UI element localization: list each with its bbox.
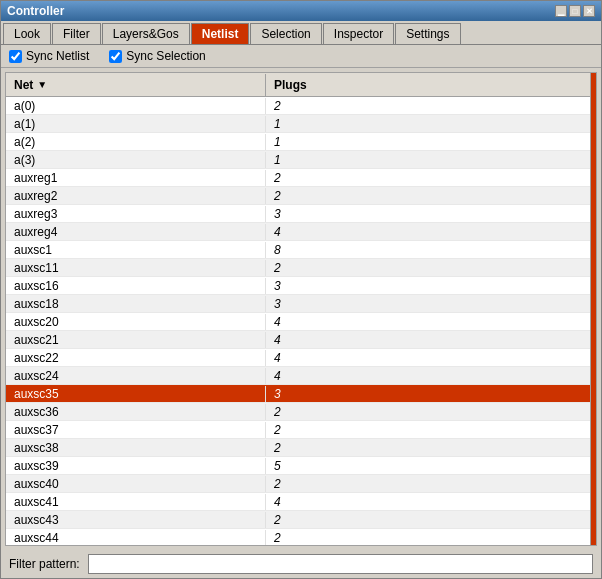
scrollbar-right[interactable] <box>590 73 596 545</box>
table-header: Net ▼ Plugs <box>6 73 596 97</box>
cell-plugs: 4 <box>266 224 596 240</box>
close-button[interactable]: ✕ <box>583 5 595 17</box>
table-row[interactable]: auxsc432 <box>6 511 596 529</box>
net-table: Net ▼ Plugs a(0)2a(1)1a(2)1a(3)1auxreg12… <box>5 72 597 546</box>
cell-net: auxreg1 <box>6 170 266 186</box>
col-net-label: Net <box>14 78 33 92</box>
cell-plugs: 2 <box>266 530 596 546</box>
cell-plugs: 2 <box>266 440 596 456</box>
tab-look[interactable]: Look <box>3 23 51 44</box>
cell-net: auxsc37 <box>6 422 266 438</box>
table-row[interactable]: auxsc18 <box>6 241 596 259</box>
cell-plugs: 8 <box>266 242 596 258</box>
sync-selection-group: Sync Selection <box>109 49 205 63</box>
window-controls: ▁ □ ✕ <box>555 5 595 17</box>
cell-plugs: 2 <box>266 170 596 186</box>
tab-selection[interactable]: Selection <box>250 23 321 44</box>
cell-net: auxsc11 <box>6 260 266 276</box>
cell-plugs: 2 <box>266 512 596 528</box>
cell-plugs: 3 <box>266 278 596 294</box>
cell-plugs: 4 <box>266 350 596 366</box>
table-row[interactable]: auxreg33 <box>6 205 596 223</box>
cell-net: a(2) <box>6 134 266 150</box>
table-row[interactable]: auxsc372 <box>6 421 596 439</box>
cell-plugs: 1 <box>266 134 596 150</box>
table-row[interactable]: auxsc204 <box>6 313 596 331</box>
table-row[interactable]: a(0)2 <box>6 97 596 115</box>
table-row[interactable]: auxreg44 <box>6 223 596 241</box>
cell-net: auxreg4 <box>6 224 266 240</box>
table-row[interactable]: auxsc112 <box>6 259 596 277</box>
table-row[interactable]: a(3)1 <box>6 151 596 169</box>
cell-plugs: 5 <box>266 458 596 474</box>
sync-selection-label: Sync Selection <box>126 49 205 63</box>
col-net-header[interactable]: Net ▼ <box>6 74 266 96</box>
sync-netlist-checkbox[interactable] <box>9 50 22 63</box>
cell-net: auxsc22 <box>6 350 266 366</box>
toolbar: Sync Netlist Sync Selection <box>1 45 601 68</box>
table-row[interactable]: auxsc183 <box>6 295 596 313</box>
cell-net: auxsc24 <box>6 368 266 384</box>
cell-net: auxsc21 <box>6 332 266 348</box>
tab-netlist[interactable]: Netlist <box>191 23 250 44</box>
maximize-button[interactable]: □ <box>569 5 581 17</box>
table-row[interactable]: auxsc214 <box>6 331 596 349</box>
table-body[interactable]: a(0)2a(1)1a(2)1a(3)1auxreg12auxreg22auxr… <box>6 97 596 545</box>
table-row[interactable]: a(1)1 <box>6 115 596 133</box>
cell-plugs: 1 <box>266 116 596 132</box>
cell-plugs: 4 <box>266 494 596 510</box>
cell-net: auxsc39 <box>6 458 266 474</box>
cell-net: auxsc41 <box>6 494 266 510</box>
cell-plugs: 4 <box>266 314 596 330</box>
cell-plugs: 3 <box>266 386 596 402</box>
filter-label: Filter pattern: <box>9 557 80 571</box>
cell-plugs: 4 <box>266 368 596 384</box>
cell-net: auxreg3 <box>6 206 266 222</box>
tab-filter[interactable]: Filter <box>52 23 101 44</box>
table-row[interactable]: auxreg12 <box>6 169 596 187</box>
cell-plugs: 2 <box>266 422 596 438</box>
tab-layersgos[interactable]: Layers&Gos <box>102 23 190 44</box>
cell-plugs: 1 <box>266 152 596 168</box>
table-row[interactable]: auxsc362 <box>6 403 596 421</box>
table-row[interactable]: auxsc224 <box>6 349 596 367</box>
sync-selection-checkbox[interactable] <box>109 50 122 63</box>
table-row[interactable]: auxsc353 <box>6 385 596 403</box>
cell-plugs: 3 <box>266 296 596 312</box>
table-row[interactable]: auxsc442 <box>6 529 596 545</box>
cell-net: auxreg2 <box>6 188 266 204</box>
filter-bar: Filter pattern: <box>1 550 601 578</box>
cell-net: auxsc40 <box>6 476 266 492</box>
cell-net: auxsc20 <box>6 314 266 330</box>
col-plugs-header[interactable]: Plugs <box>266 74 596 96</box>
cell-net: a(3) <box>6 152 266 168</box>
cell-plugs: 4 <box>266 332 596 348</box>
cell-plugs: 3 <box>266 206 596 222</box>
minimize-button[interactable]: ▁ <box>555 5 567 17</box>
cell-plugs: 2 <box>266 476 596 492</box>
cell-net: auxsc18 <box>6 296 266 312</box>
cell-net: auxsc36 <box>6 404 266 420</box>
table-row[interactable]: auxsc244 <box>6 367 596 385</box>
table-row[interactable]: auxsc163 <box>6 277 596 295</box>
table-row[interactable]: auxsc395 <box>6 457 596 475</box>
table-row[interactable]: auxsc402 <box>6 475 596 493</box>
main-window: Controller ▁ □ ✕ Look Filter Layers&Gos … <box>0 0 602 579</box>
cell-net: auxsc16 <box>6 278 266 294</box>
content-area: Net ▼ Plugs a(0)2a(1)1a(2)1a(3)1auxreg12… <box>1 68 601 550</box>
table-row[interactable]: a(2)1 <box>6 133 596 151</box>
table-row[interactable]: auxreg22 <box>6 187 596 205</box>
cell-net: auxsc43 <box>6 512 266 528</box>
table-row[interactable]: auxsc382 <box>6 439 596 457</box>
window-title: Controller <box>7 4 64 18</box>
filter-input[interactable] <box>88 554 593 574</box>
sync-netlist-group: Sync Netlist <box>9 49 89 63</box>
cell-net: a(0) <box>6 98 266 114</box>
cell-net: auxsc44 <box>6 530 266 546</box>
cell-plugs: 2 <box>266 260 596 276</box>
tab-settings[interactable]: Settings <box>395 23 460 44</box>
cell-net: auxsc38 <box>6 440 266 456</box>
cell-plugs: 2 <box>266 404 596 420</box>
tab-inspector[interactable]: Inspector <box>323 23 394 44</box>
table-row[interactable]: auxsc414 <box>6 493 596 511</box>
